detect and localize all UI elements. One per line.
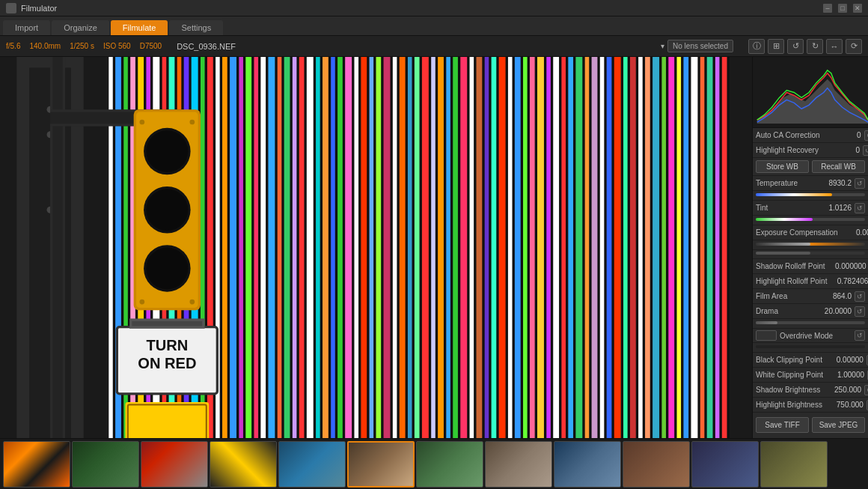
- thumbnail-4[interactable]: [210, 441, 277, 488]
- tabbar: Import Organize Filmulate Settings: [0, 16, 868, 36]
- svg-point-102: [139, 120, 144, 125]
- wb-row: Store WB Recall WB: [753, 158, 868, 176]
- zoom-fit-btn[interactable]: ⊞: [768, 39, 784, 54]
- temperature-label: Temperature: [756, 179, 810, 187]
- exposure-comp-slider[interactable]: [753, 240, 868, 250]
- temperature-slider[interactable]: [753, 191, 868, 201]
- svg-rect-73: [652, 57, 659, 438]
- exposure-comp-label: Exposure Compensation: [756, 228, 838, 237]
- auto-ca-reset[interactable]: ↺: [864, 130, 868, 141]
- save-jpeg-button[interactable]: Save JPEG: [812, 417, 865, 433]
- svg-rect-80: [707, 57, 713, 438]
- svg-rect-44: [431, 57, 435, 438]
- shadow-brightness-reset[interactable]: ↺: [864, 385, 868, 395]
- svg-point-99: [146, 189, 188, 231]
- maximize-button[interactable]: □: [838, 4, 847, 13]
- thumbnail-2[interactable]: [72, 441, 139, 488]
- thumbnail-8[interactable]: [485, 441, 552, 488]
- svg-rect-60: [553, 57, 559, 438]
- svg-rect-47: [453, 57, 458, 438]
- white-clip-row: White Clipping Point 1.00000 ↺: [753, 368, 868, 383]
- lens-dropdown[interactable]: No lens selected: [667, 40, 733, 52]
- svg-rect-49: [470, 57, 474, 438]
- highlight-rolloff-value: 0.782406: [827, 277, 868, 285]
- thumbnail-10[interactable]: [623, 441, 690, 488]
- highlight-recovery-row: Highlight Recovery 0 ↺: [753, 143, 868, 158]
- shutter-speed: 1/250 s: [70, 42, 94, 50]
- drama-row: Drama 20.0000 ↺: [753, 304, 868, 319]
- tab-import[interactable]: Import: [3, 20, 50, 35]
- rotate-cw-btn[interactable]: ↻: [807, 39, 823, 54]
- overdrive-toggle[interactable]: [756, 330, 777, 341]
- svg-rect-67: [607, 57, 612, 438]
- close-button[interactable]: ✕: [853, 4, 862, 13]
- image-area: TURN ON RED: [0, 57, 752, 438]
- reset-btn[interactable]: ⟳: [846, 39, 862, 54]
- save-row: Save TIFF Save JPEG: [753, 414, 868, 436]
- tab-settings[interactable]: Settings: [169, 20, 223, 35]
- svg-rect-19: [239, 57, 243, 438]
- thumbnail-5[interactable]: [278, 441, 346, 488]
- shadow-rolloff-label: Shadow Rolloff Point: [756, 262, 825, 270]
- highlight-brightness-row: Highlight Brightness 750.000 ↺: [753, 398, 868, 413]
- svg-rect-27: [299, 57, 305, 438]
- tint-slider[interactable]: [753, 216, 868, 225]
- drama-reset[interactable]: ↺: [855, 306, 865, 317]
- temperature-reset[interactable]: ↺: [855, 178, 865, 189]
- thumbnail-6-selected[interactable]: [347, 441, 415, 488]
- svg-rect-25: [284, 57, 290, 438]
- main-content: TURN ON RED: [0, 57, 868, 438]
- highlight-rolloff-label: Highlight Rolloff Point: [756, 277, 827, 285]
- drama-slider[interactable]: [753, 319, 868, 329]
- auto-ca-label: Auto CA Correction: [756, 131, 820, 139]
- svg-rect-83: [730, 57, 752, 438]
- svg-rect-37: [376, 57, 382, 438]
- shadow-brightness-value: 250.000: [820, 386, 861, 394]
- overdrive-reset[interactable]: ↺: [855, 330, 865, 341]
- thumbnail-11[interactable]: [691, 441, 759, 488]
- info-icon-btn[interactable]: ⓘ: [748, 39, 765, 54]
- svg-rect-24: [278, 57, 282, 438]
- save-tiff-button[interactable]: Save TIFF: [756, 417, 809, 433]
- highlight-recovery-reset[interactable]: ↺: [863, 145, 868, 156]
- main-image: TURN ON RED: [0, 57, 752, 438]
- temperature-value: 8930.2: [810, 179, 852, 187]
- svg-rect-17: [222, 57, 227, 438]
- flip-h-btn[interactable]: ↔: [826, 39, 843, 54]
- svg-rect-76: [677, 57, 682, 438]
- svg-rect-75: [668, 57, 674, 438]
- film-area-value: 864.0: [810, 292, 852, 300]
- app-icon: [6, 3, 16, 13]
- tint-reset[interactable]: ↺: [855, 203, 865, 213]
- filename: DSC_0936.NEF: [177, 42, 236, 51]
- highlight-brightness-value: 750.000: [822, 401, 864, 409]
- svg-rect-23: [268, 57, 275, 438]
- window-controls: – □ ✕: [823, 4, 862, 13]
- tab-organize[interactable]: Organize: [52, 20, 109, 35]
- svg-rect-45: [438, 57, 444, 438]
- exposure-sub-slider[interactable]: [753, 250, 868, 259]
- svg-rect-70: [630, 57, 636, 438]
- tab-filmulate[interactable]: Filmulate: [111, 20, 168, 35]
- thumbnail-7[interactable]: [416, 441, 483, 488]
- thumbnail-9[interactable]: [554, 441, 621, 488]
- thumbnail-3[interactable]: [141, 441, 208, 488]
- overdrive-slider[interactable]: [753, 343, 868, 353]
- svg-rect-64: [585, 57, 590, 438]
- store-wb-button[interactable]: Store WB: [756, 160, 809, 173]
- white-clip-value: 1.00000: [823, 371, 864, 379]
- svg-rect-52: [492, 57, 497, 438]
- film-area-label: Film Area: [756, 292, 810, 300]
- tint-row: Tint 1.0126 ↺: [753, 201, 868, 216]
- minimize-button[interactable]: –: [823, 4, 832, 13]
- shadow-brightness-row: Shadow Brightness 250.000 ↺: [753, 383, 868, 398]
- recall-wb-button[interactable]: Recall WB: [812, 160, 865, 173]
- thumbnail-1[interactable]: [3, 441, 70, 488]
- meta-info-2: 1/250 s ISO 560 D7500: [70, 42, 162, 50]
- thumbnail-12[interactable]: [760, 441, 828, 488]
- rotate-ccw-btn[interactable]: ↺: [787, 39, 804, 54]
- svg-rect-56: [523, 57, 528, 438]
- film-area-reset[interactable]: ↺: [855, 291, 865, 302]
- svg-point-101: [146, 248, 188, 290]
- svg-rect-68: [614, 57, 621, 438]
